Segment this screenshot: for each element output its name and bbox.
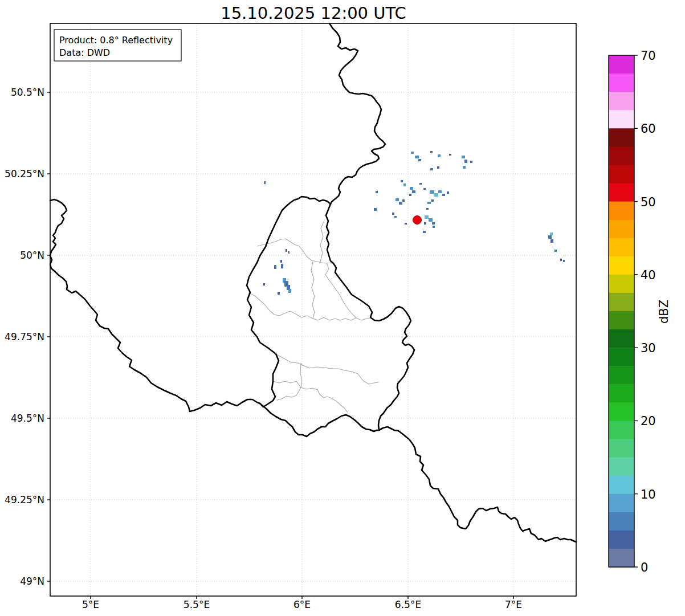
colorbar-tick-label: 0	[641, 561, 648, 574]
lat-tick-label: 49.5°N	[11, 413, 44, 424]
admin-borders	[248, 222, 378, 413]
info-box: Product: 0.8° Reflectivity Data: DWD	[54, 30, 181, 61]
colorbar-tick-label: 60	[641, 122, 656, 136]
lon-tick-label: 5.5°E	[184, 599, 210, 610]
colorbar-unit-label: dBZ	[657, 300, 671, 324]
colorbar-tick-label: 40	[641, 268, 656, 282]
lon-tick-label: 6.5°E	[395, 599, 421, 610]
graticule-gridlines	[50, 23, 576, 596]
lon-tick-label: 5°E	[82, 599, 99, 610]
lat-tick-label: 50.5°N	[11, 87, 44, 98]
map-plot: 5°E5.5°E6°E6.5°E7°E50.5°N50.25°N50°N49.7…	[5, 23, 576, 610]
lat-tick-label: 50.25°N	[5, 168, 44, 180]
axis-ticks-and-labels: 5°E5.5°E6°E6.5°E7°E50.5°N50.25°N50°N49.7…	[5, 87, 522, 610]
lat-tick-label: 49.75°N	[5, 331, 44, 342]
lon-tick-label: 7°E	[505, 599, 522, 610]
page-title: 15.10.2025 12:00 UTC	[221, 3, 406, 23]
colorbar-tick-label: 70	[641, 49, 656, 63]
colorbar: 010203040506070 dBZ	[609, 49, 671, 574]
colorbar-tick-label: 50	[641, 195, 656, 209]
colorbar-ticks: 010203040506070	[634, 49, 656, 574]
radar-station-marker	[413, 216, 422, 225]
lat-tick-label: 49°N	[20, 576, 44, 587]
colorbar-tick-label: 30	[641, 341, 656, 355]
lon-tick-label: 6°E	[293, 599, 311, 610]
lat-tick-label: 50°N	[20, 250, 44, 261]
colorbar-bands	[609, 55, 634, 568]
info-data-line: Data: DWD	[59, 47, 110, 58]
lat-tick-label: 49.25°N	[5, 494, 44, 505]
colorbar-tick-label: 10	[641, 488, 656, 501]
radar-map-figure: 5°E5.5°E6°E6.5°E7°E50.5°N50.25°N50°N49.7…	[0, 0, 685, 616]
radar-map-svg: 5°E5.5°E6°E6.5°E7°E50.5°N50.25°N50°N49.7…	[0, 0, 685, 616]
map-frame	[50, 23, 576, 596]
colorbar-tick-label: 20	[641, 414, 656, 428]
info-product-line: Product: 0.8° Reflectivity	[59, 35, 173, 46]
